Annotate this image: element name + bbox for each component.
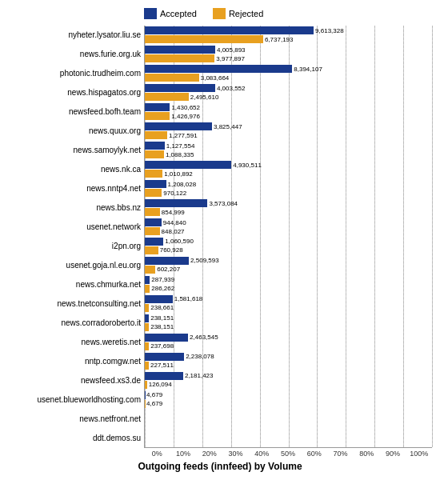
y-label: nyheter.lysator.liu.se <box>8 31 144 39</box>
bar-row: 9,613,3286,737,193 <box>145 26 432 45</box>
y-label: news.nk.ca <box>8 166 144 174</box>
rejected-bar-label: 3,977,897 <box>216 55 245 62</box>
accepted-bar-line: 1,060,590 <box>145 238 432 246</box>
rejected-bar-label: 848,027 <box>162 228 185 235</box>
accepted-bar <box>145 218 162 226</box>
accepted-bar-label: 2,463,545 <box>190 334 218 341</box>
accepted-bar-label: 4,679 <box>146 391 162 398</box>
rejected-bar-label: 3,083,664 <box>201 74 230 82</box>
rejected-bar-label: 854,999 <box>162 209 185 216</box>
accepted-bar-line: 3,825,447 <box>145 122 432 130</box>
rejected-bar-line: 227,511 <box>145 362 432 370</box>
rejected-bar <box>145 304 149 312</box>
y-label: news.nntp4.net <box>8 185 144 193</box>
accepted-bar-label: 8,394,107 <box>294 66 322 73</box>
accepted-bar-line: 3,573,084 <box>145 199 432 207</box>
x-axis-labels: 0%10%20%30%40%50%60%70%80%90%100% <box>8 450 432 458</box>
y-label: newsfeed.bofh.team <box>8 108 144 116</box>
accepted-bar-label: 4,005,893 <box>217 46 246 54</box>
accepted-bar-label: 9,613,328 <box>315 27 344 34</box>
y-label: photonic.trudheim.com <box>8 70 144 78</box>
rejected-bar-line: 848,027 <box>145 227 432 235</box>
accepted-bar-line: 1,127,554 <box>145 142 432 150</box>
rejected-bar-line: 126,094 <box>145 381 432 389</box>
accepted-bar-line: 287,939 <box>145 276 432 284</box>
accepted-bar-line: 2,238,078 <box>145 353 432 361</box>
x-tick-label: 10% <box>170 450 197 458</box>
bar-row: 944,840848,027 <box>145 218 432 237</box>
bar-pair: 4,6794,679 <box>145 391 432 408</box>
rejected-bar-label: 4,679 <box>146 400 162 407</box>
rejected-bar <box>145 381 147 389</box>
rejected-bar-line: 286,262 <box>145 285 432 293</box>
accepted-bar-label: 4,930,511 <box>233 162 262 169</box>
rejected-bar-line: 1,010,892 <box>145 170 432 178</box>
accepted-bar-label: 1,127,554 <box>166 142 195 150</box>
legend-accepted: Accepted <box>144 8 197 19</box>
x-tick-label: 40% <box>249 450 275 458</box>
accepted-bar-line: 4,679 <box>145 391 432 399</box>
rejected-bar-label: 238,661 <box>150 304 174 311</box>
rejected-bar <box>145 93 189 101</box>
y-label: ddt.demos.su <box>8 434 144 442</box>
grid-line <box>432 26 433 447</box>
accepted-bar <box>145 26 314 34</box>
bar-row: 4,005,8933,977,897 <box>145 45 432 64</box>
accepted-bar <box>145 122 212 130</box>
accepted-bar-label: 2,509,593 <box>190 257 219 264</box>
rejected-bar <box>145 170 162 178</box>
accepted-bar-line <box>145 410 432 418</box>
bar-pair: 4,005,8933,977,897 <box>145 46 432 62</box>
rejected-bar-label: 1,010,892 <box>164 170 193 178</box>
bar-row: 238,151238,151 <box>145 313 432 332</box>
rejected-bar-line: 238,661 <box>145 304 432 312</box>
accepted-bar-label: 1,581,618 <box>174 295 203 302</box>
accepted-bar-line: 4,930,511 <box>145 161 432 169</box>
bar-row: 4,6794,679 <box>145 390 432 409</box>
bar-pair: 1,581,618238,661 <box>145 295 432 312</box>
rejected-bar-label: 602,207 <box>157 266 180 273</box>
bar-row: 8,394,1073,083,664 <box>145 64 432 83</box>
bar-pair: 2,463,545237,698 <box>145 334 432 350</box>
accepted-bar-label: 287,939 <box>151 276 174 283</box>
rejected-bar-label: 1,088,335 <box>166 151 194 158</box>
accepted-bar-label: 944,840 <box>163 219 186 226</box>
bar-rows: 9,613,3286,737,1934,005,8933,977,8978,39… <box>145 26 432 447</box>
rejected-bar <box>145 74 199 82</box>
accepted-bar <box>145 257 189 265</box>
bar-row: 2,463,545237,698 <box>145 332 432 351</box>
accepted-bar-line: 9,613,328 <box>145 26 432 34</box>
bar-pair: 1,430,6521,426,976 <box>145 103 432 120</box>
rejected-bar <box>145 323 149 331</box>
accepted-bar-line: 944,840 <box>145 218 432 226</box>
accepted-legend-label: Accepted <box>160 9 197 18</box>
x-tick-label: 30% <box>222 450 249 458</box>
rejected-bar <box>145 246 158 254</box>
accepted-bar <box>145 295 173 303</box>
y-label: news.chmurka.net <box>8 281 144 289</box>
rejected-bar-label: 286,262 <box>151 285 174 292</box>
legend: Accepted Rejected <box>8 8 432 19</box>
rejected-bar-label: 6,737,193 <box>265 36 294 43</box>
y-label: news.weretis.net <box>8 338 144 346</box>
y-label: news.hispagatos.org <box>8 89 144 97</box>
accepted-bar-label: 4,003,552 <box>217 85 246 92</box>
x-tick-label: 50% <box>275 450 302 458</box>
rejected-bar-line: 602,207 <box>145 266 432 274</box>
rejected-bar-label: 1,277,591 <box>169 132 198 139</box>
bar-row: 1,127,5541,088,335 <box>145 141 432 160</box>
rejected-bar-line <box>145 438 432 446</box>
rejected-bar <box>145 35 263 43</box>
rejected-bar-line: 237,698 <box>145 342 432 350</box>
bar-row: 4,930,5111,010,892 <box>145 160 432 179</box>
bar-row: 1,208,028970,122 <box>145 179 432 198</box>
rejected-bar <box>145 112 170 120</box>
bar-pair: 4,003,5522,495,610 <box>145 84 432 101</box>
rejected-bar-label: 1,426,976 <box>171 113 200 120</box>
rejected-bar-line: 760,928 <box>145 246 432 254</box>
accepted-bar-label: 2,181,423 <box>185 372 214 379</box>
x-tick-label: 60% <box>301 450 327 458</box>
y-label: usenet.network <box>8 223 144 231</box>
bar-row: 1,430,6521,426,976 <box>145 102 432 122</box>
accepted-bar <box>145 180 166 188</box>
